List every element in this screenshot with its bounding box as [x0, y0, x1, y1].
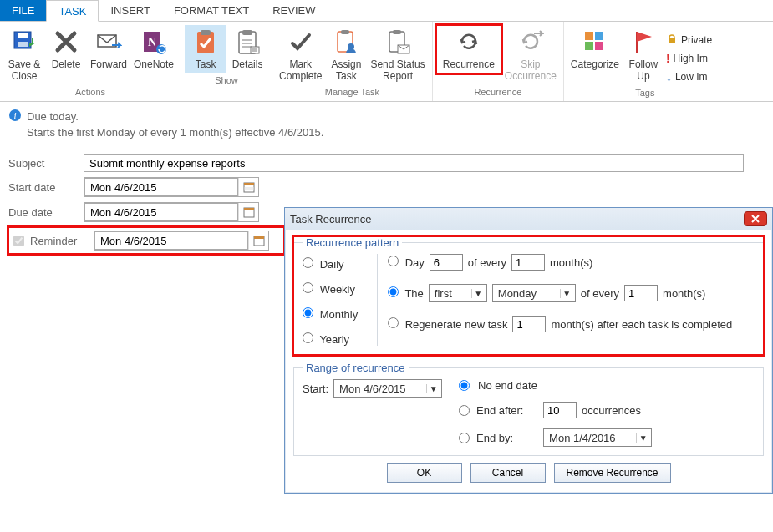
group-show-label: Show [215, 73, 238, 87]
categorize-button[interactable]: Categorize [567, 25, 623, 73]
details-label: Details [232, 58, 263, 70]
pattern-legend: Recurrence pattern [303, 236, 402, 249]
group-recurrence: Recurrence Skip Occurrence Recurrence [433, 22, 564, 101]
svg-rect-21 [393, 30, 401, 34]
pattern-day-radio[interactable]: Day [388, 256, 425, 264]
svg-rect-24 [595, 32, 603, 40]
save-close-button[interactable]: Save & Close [3, 25, 45, 85]
tab-format-text[interactable]: FORMAT TEXT [162, 0, 261, 21]
svg-rect-23 [585, 32, 593, 40]
high-importance-button[interactable]: ! High Im [664, 49, 723, 68]
group-actions: Save & Close Delete Forward N OneNote [0, 22, 181, 101]
onenote-icon: N [140, 28, 167, 55]
due-date-input[interactable] [84, 202, 259, 222]
details-button[interactable]: Details [226, 25, 268, 73]
send-status-button[interactable]: Send Status Report [367, 25, 428, 85]
onenote-button[interactable]: N OneNote [130, 25, 177, 73]
tab-review[interactable]: REVIEW [261, 0, 327, 21]
reminder-date-field[interactable] [94, 231, 248, 250]
down-arrow-icon: ↓ [666, 70, 672, 84]
dialog-title-text: Task Recurrence [290, 213, 372, 225]
subject-label: Subject [8, 157, 84, 170]
recurrence-pattern-fieldset: Recurrence pattern Daily Weekly Monthly … [293, 236, 764, 264]
recurrence-icon [455, 28, 482, 55]
private-button[interactable]: Private [664, 30, 723, 49]
text-of-every-1: of every [468, 256, 506, 265]
group-manage-task: Mark Complete Assign Task Send Status Re… [272, 22, 433, 101]
calendar-icon[interactable] [238, 178, 258, 196]
mark-complete-button[interactable]: Mark Complete [276, 25, 325, 85]
mark-complete-label: Mark Complete [279, 58, 322, 82]
calendar-icon[interactable] [238, 203, 258, 221]
info-line2: Starts the first Monday of every 1 month… [27, 126, 765, 139]
svg-text:N: N [148, 36, 156, 48]
envelope-forward-icon [95, 28, 122, 55]
delete-label: Delete [52, 58, 81, 70]
monthnum-input-1[interactable] [511, 254, 545, 264]
tab-task[interactable]: TASK [46, 0, 99, 22]
svg-rect-36 [244, 208, 254, 210]
ribbon: Save & Close Delete Forward N OneNote [0, 22, 773, 102]
check-icon [287, 28, 314, 55]
reminder-checkbox[interactable] [13, 236, 24, 246]
task-button[interactable]: Task [185, 25, 226, 73]
svg-rect-27 [669, 38, 675, 43]
reminder-date-input[interactable] [94, 231, 269, 251]
due-date-field[interactable] [84, 203, 238, 221]
lock-icon [666, 33, 678, 47]
recurrence-button[interactable]: Recurrence [436, 25, 501, 73]
task-recurrence-dialog: Task Recurrence Recurrence pattern Daily… [284, 207, 773, 264]
start-date-input[interactable] [84, 177, 259, 197]
dialog-titlebar: Task Recurrence [285, 208, 772, 230]
group-actions-label: Actions [75, 85, 105, 99]
info-icon: i [8, 109, 22, 124]
svg-rect-38 [254, 236, 264, 239]
private-label: Private [681, 34, 712, 46]
svg-rect-31 [244, 183, 254, 185]
exclamation-icon: ! [666, 52, 670, 65]
text-months-1: month(s) [550, 256, 592, 265]
freq-daily[interactable]: Daily [303, 257, 372, 264]
subject-input[interactable] [84, 154, 744, 172]
categories-icon [582, 28, 608, 55]
group-recurrence-label: Recurrence [474, 85, 521, 99]
daynum-input[interactable] [430, 254, 463, 264]
low-label: Low Im [675, 71, 708, 83]
delete-button[interactable]: Delete [45, 25, 87, 73]
svg-rect-10 [242, 30, 252, 35]
follow-up-button[interactable]: Follow Up [623, 25, 664, 85]
x-icon [53, 28, 79, 55]
clipboard-user-icon [333, 28, 359, 55]
start-date-field[interactable] [84, 178, 238, 196]
tab-file[interactable]: FILE [0, 0, 46, 21]
due-date-label: Due date [8, 206, 84, 219]
categorize-label: Categorize [571, 58, 619, 70]
clipboard-mail-icon [384, 28, 411, 55]
svg-text:i: i [13, 110, 16, 120]
calendar-icon[interactable] [248, 231, 268, 250]
skip-occurrence-button[interactable]: Skip Occurrence [501, 25, 560, 85]
tab-insert[interactable]: INSERT [99, 0, 161, 21]
svg-rect-26 [595, 42, 603, 50]
info-line1: Due today. [27, 110, 79, 123]
skip-icon [517, 28, 544, 55]
svg-rect-18 [341, 30, 349, 34]
low-importance-button[interactable]: ↓ Low Im [664, 68, 723, 86]
recurrence-label: Recurrence [443, 58, 495, 70]
floppy-icon [11, 28, 38, 55]
svg-rect-14 [251, 47, 259, 53]
clipboard-list-icon [234, 28, 261, 55]
assign-task-label: Assign Task [331, 58, 361, 82]
svg-rect-2 [18, 42, 28, 47]
save-close-label: Save & Close [8, 58, 41, 82]
reminder-label: Reminder [30, 235, 77, 247]
forward-button[interactable]: Forward [87, 25, 130, 73]
skip-label: Skip Occurrence [505, 58, 557, 82]
flag-icon [630, 28, 657, 55]
assign-task-button[interactable]: Assign Task [325, 25, 367, 85]
info-bar: i Due today. Starts the first Monday of … [0, 102, 773, 144]
svg-rect-8 [201, 30, 211, 35]
close-button[interactable] [744, 211, 767, 226]
group-tags-label: Tags [635, 86, 654, 99]
onenote-label: OneNote [134, 58, 174, 70]
